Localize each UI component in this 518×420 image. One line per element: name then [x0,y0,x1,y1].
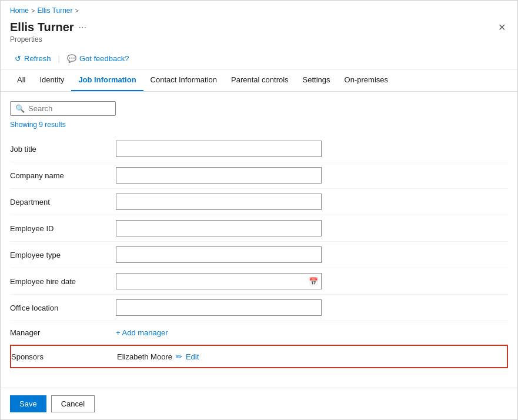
more-icon[interactable]: ··· [79,22,86,33]
page-subtitle: Properties [1,35,517,48]
toolbar: ↺ Refresh | 💬 Got feedback? [1,48,517,69]
field-row-manager: Manager + Add manager [10,321,508,345]
job-title-label: Job title [10,145,116,154]
field-row-employee-type: Employee type [10,242,508,268]
sponsors-name: Elizabeth Moore [117,352,172,361]
employee-type-input[interactable] [116,246,322,263]
field-row-sponsors: Sponsors Elizabeth Moore ✏ Edit [10,345,508,368]
footer: Save Cancel [1,388,517,419]
search-box: 🔍 [10,101,116,116]
sponsors-label: Sponsors [11,352,117,361]
office-location-input[interactable] [116,299,322,316]
job-title-input[interactable] [116,141,322,157]
calendar-icon[interactable]: 📅 [309,277,318,286]
employee-hire-date-label: Employee hire date [10,277,116,286]
search-input[interactable] [28,104,111,113]
tab-settings[interactable]: Settings [296,69,337,91]
tabs: All Identity Job Information Contact Inf… [1,69,517,92]
tab-job-information[interactable]: Job Information [71,69,143,91]
field-row-job-title: Job title [10,136,508,162]
tab-identity[interactable]: Identity [32,69,71,91]
employee-id-input[interactable] [116,220,322,236]
employee-hire-date-wrapper: 📅 [116,273,322,289]
breadcrumb-home[interactable]: Home [10,6,29,15]
tab-all[interactable]: All [10,69,32,91]
company-name-label: Company name [10,171,116,180]
employee-type-input-wrapper [116,246,322,263]
company-name-input-wrapper [116,167,322,184]
employee-id-input-wrapper [116,220,322,236]
page-header-left: Ellis Turner ··· [10,21,86,34]
feedback-button[interactable]: 💬 Got feedback? [62,52,134,65]
feedback-label: Got feedback? [79,54,129,63]
field-row-department: Department [10,189,508,215]
breadcrumb-sep2: > [75,7,78,14]
field-row-employee-hire-date: Employee hire date 📅 [10,268,508,295]
field-row-employee-id: Employee ID [10,215,508,242]
tab-on-premises[interactable]: On-premises [337,69,395,91]
page-header: Ellis Turner ··· ✕ [1,17,517,35]
department-input[interactable] [116,194,322,210]
refresh-button[interactable]: ↺ Refresh [10,52,56,65]
content: 🔍 Showing 9 results Job title Company na… [1,92,517,368]
refresh-label: Refresh [24,54,51,63]
edit-pencil-icon: ✏ [176,352,182,361]
field-row-company-name: Company name [10,162,508,189]
close-button[interactable]: ✕ [496,19,508,35]
sponsors-edit-button[interactable]: Edit [186,352,199,361]
company-name-input[interactable] [116,167,322,184]
office-location-label: Office location [10,304,116,312]
employee-type-label: Employee type [10,251,116,259]
breadcrumb-user[interactable]: Ellis Turner [37,6,72,15]
tab-parental-controls[interactable]: Parental controls [224,69,296,91]
employee-hire-date-input[interactable] [116,273,322,289]
cancel-button[interactable]: Cancel [51,395,95,412]
manager-label: Manager [10,328,116,337]
page-title: Ellis Turner [10,21,74,34]
breadcrumb-sep1: > [31,7,35,14]
page-wrapper: Home > Ellis Turner > Ellis Turner ··· ✕… [0,0,518,420]
refresh-icon: ↺ [15,54,21,63]
sponsors-value: Elizabeth Moore ✏ Edit [117,352,199,361]
feedback-icon: 💬 [67,54,76,63]
department-input-wrapper [116,194,322,210]
job-title-input-wrapper [116,141,322,157]
office-location-input-wrapper [116,299,322,316]
field-row-office-location: Office location [10,295,508,321]
results-count: Showing 9 results [10,121,508,129]
manager-action: + Add manager [116,328,168,337]
search-icon: 🔍 [15,104,25,113]
toolbar-separator: | [58,54,60,63]
save-button[interactable]: Save [10,395,46,412]
employee-id-label: Employee ID [10,224,116,233]
add-manager-button[interactable]: + Add manager [116,328,168,337]
department-label: Department [10,198,116,206]
breadcrumb: Home > Ellis Turner > [1,1,517,17]
tab-contact-information[interactable]: Contact Information [143,69,224,91]
